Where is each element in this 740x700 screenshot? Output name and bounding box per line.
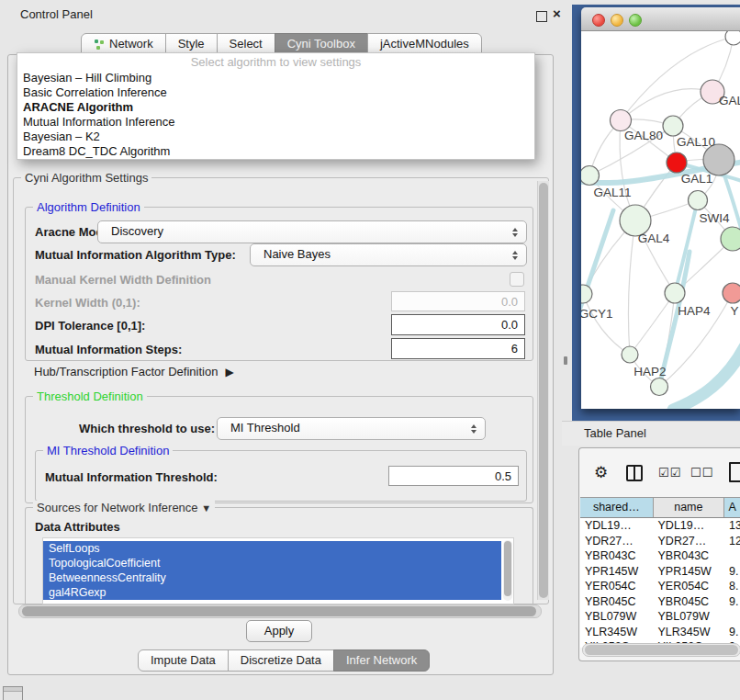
network-view-window[interactable]: GALGAL80GAL10GAL1GAL11GAL4SWI4GCY1HAP4YH…	[581, 7, 740, 409]
splitter-handle[interactable]	[564, 356, 567, 365]
network-node-GAL10[interactable]	[663, 116, 683, 136]
apply-button[interactable]: Apply	[246, 620, 312, 642]
stepper-arrows-icon	[512, 251, 518, 260]
data-attribute-item[interactable]: BetweennessCentrality	[43, 570, 501, 585]
mi-steps-field[interactable]: 6	[391, 338, 525, 359]
table-panel-body: ⚙ ☑☑ ☐☐ shared…nameA YDL19…YDL19…13YDR27…	[578, 447, 740, 661]
table-row[interactable]: YBR045CYBR045C9.	[580, 594, 740, 610]
table-cell: YDL19…	[580, 518, 654, 534]
table-cell: YDR27…	[580, 534, 654, 549]
network-node-node-green-right[interactable]	[721, 227, 740, 251]
clear-all-checkboxes-icon[interactable]: ☐☐	[690, 466, 713, 480]
settings-horizontal-scrollbar[interactable]	[18, 604, 542, 618]
table-cell: YLR345W	[654, 625, 725, 640]
table-row[interactable]: YPR145WYPR145W9.	[580, 564, 740, 580]
minimize-window-icon[interactable]	[611, 14, 623, 27]
network-canvas[interactable]: GALGAL80GAL10GAL1GAL11GAL4SWI4GCY1HAP4YH…	[581, 31, 740, 409]
node-label: GAL80	[624, 129, 663, 142]
table-cell: 12	[724, 534, 740, 549]
aracne-mode-select[interactable]: Discovery	[97, 220, 527, 243]
scrollbar-thumb[interactable]	[539, 183, 548, 598]
close-window-icon[interactable]	[592, 14, 605, 27]
cyni-settings-group-title: Cyni Algorithm Settings	[21, 171, 151, 185]
network-node-node-bottom[interactable]	[651, 378, 668, 396]
data-attribute-item[interactable]: SelfLoops	[43, 541, 501, 556]
attributes-scrollbar[interactable]	[503, 540, 512, 601]
mi-algorithm-type-value: Naive Bayes	[263, 247, 331, 261]
float-panel-icon[interactable]	[536, 11, 547, 22]
algorithm-option[interactable]: Dream8 DC_TDC Algorithm	[17, 144, 534, 159]
mi-steps-label: Mutual Information Steps:	[35, 343, 182, 356]
tab-discretize-data[interactable]: Discretize Data	[228, 649, 334, 672]
algorithm-option[interactable]: Bayesian – Hill Climbing	[17, 71, 534, 85]
gear-icon[interactable]: ⚙	[594, 463, 608, 482]
algorithm-option[interactable]: Bayesian – K2	[17, 130, 534, 144]
manual-kernel-width-checkbox[interactable]	[510, 272, 524, 287]
table-row[interactable]: YDL19…YDL19…13	[580, 518, 740, 534]
table-row[interactable]: YBL079WYBL079W	[580, 609, 740, 625]
network-node-SWI4[interactable]	[689, 191, 708, 210]
tab-label: Style	[178, 37, 205, 51]
scrollbar-thumb[interactable]	[585, 645, 738, 655]
network-edge-highlighted	[673, 344, 740, 409]
data-attribute-item[interactable]: gal4RGexp	[43, 585, 501, 600]
table-row[interactable]: YBR043CYBR043C	[580, 548, 740, 564]
algorithm-option[interactable]: Mutual Information Inference	[17, 115, 534, 130]
minimized-window-icon[interactable]	[3, 686, 23, 700]
data-attributes-list[interactable]: SelfLoopsTopologicalCoefficientBetweenne…	[42, 537, 514, 604]
aracne-mode-value: Discovery	[111, 224, 163, 238]
node-label: Y	[730, 304, 738, 318]
algorithm-options-list: Bayesian – Hill ClimbingBasic Correlatio…	[17, 71, 534, 159]
network-edge	[583, 294, 630, 355]
column-header[interactable]: name	[654, 498, 725, 517]
column-header[interactable]: A	[724, 498, 740, 517]
dpi-tolerance-field[interactable]: 0.0	[391, 314, 525, 335]
zoom-window-icon[interactable]	[629, 14, 642, 27]
document-icon[interactable]	[729, 462, 740, 482]
network-node-GAL11[interactable]	[581, 166, 600, 186]
cyni-algorithm-settings-group: Cyni Algorithm Settings Algorithm Defini…	[13, 177, 549, 604]
node-label: GAL4	[638, 231, 670, 245]
table-cell: 9.	[724, 564, 740, 580]
hub-tf-definition-toggle[interactable]: Hub/Transcription Factor Definition▶	[34, 365, 234, 378]
network-node-node-top-right[interactable]	[725, 31, 740, 45]
network-desktop: GALGAL80GAL10GAL1GAL11GAL4SWI4GCY1HAP4YH…	[572, 5, 740, 421]
scrollbar-thumb[interactable]	[22, 606, 536, 616]
network-node-node-salmon[interactable]	[723, 283, 740, 303]
algorithm-option[interactable]: ARACNE Algorithm	[17, 100, 534, 115]
sources-group-title[interactable]: Sources for Network Inference ▼	[33, 501, 215, 514]
table-cell: 8.	[724, 579, 740, 594]
mi-algorithm-type-select[interactable]: Naive Bayes	[250, 243, 527, 266]
table-horizontal-scrollbar[interactable]	[582, 643, 740, 657]
tab-infer-network[interactable]: Infer Network	[333, 649, 430, 672]
network-edge	[628, 220, 635, 355]
which-threshold-label: Which threshold to use:	[79, 422, 215, 435]
sources-group: Sources for Network Inference ▼ Data Att…	[25, 507, 533, 604]
network-node-HAP2[interactable]	[622, 346, 638, 363]
tab-label: Infer Network	[346, 653, 417, 667]
data-attribute-item[interactable]: TopologicalCoefficient	[43, 556, 501, 570]
network-node-node-gray[interactable]	[703, 144, 734, 175]
table-cell: YLR345W	[580, 625, 654, 640]
kernel-width-field[interactable]: 0.0	[391, 291, 525, 311]
mi-threshold-field[interactable]: 0.5	[388, 466, 519, 486]
network-window-titlebar[interactable]	[581, 7, 740, 31]
mi-threshold-label: Mutual Information Threshold:	[45, 470, 218, 484]
tab-impute-data[interactable]: Impute Data	[138, 649, 229, 672]
algorithm-option[interactable]: Basic Correlation Inference	[17, 85, 534, 100]
table-row[interactable]: YLR345WYLR345W9.	[580, 625, 740, 640]
network-node-GCY1[interactable]	[581, 285, 592, 303]
settings-vertical-scrollbar[interactable]	[537, 181, 549, 600]
network-node-HAP4[interactable]	[665, 283, 685, 303]
tab-label: Cyni Toolbox	[287, 37, 355, 51]
column-header[interactable]: shared…	[580, 498, 654, 517]
table-row[interactable]: YER054CYER054C8.	[580, 579, 740, 594]
columns-icon[interactable]	[626, 465, 643, 481]
close-panel-icon[interactable]: ×	[553, 6, 561, 22]
table-row[interactable]: YDR27…YDR27…12	[580, 534, 740, 549]
which-threshold-select[interactable]: MI Threshold	[217, 417, 486, 440]
network-node-GAL1[interactable]	[667, 152, 687, 173]
select-all-checkboxes-icon[interactable]: ☑☑	[658, 466, 681, 480]
table-cell: YBL079W	[580, 609, 654, 625]
which-threshold-value: MI Threshold	[230, 421, 300, 435]
